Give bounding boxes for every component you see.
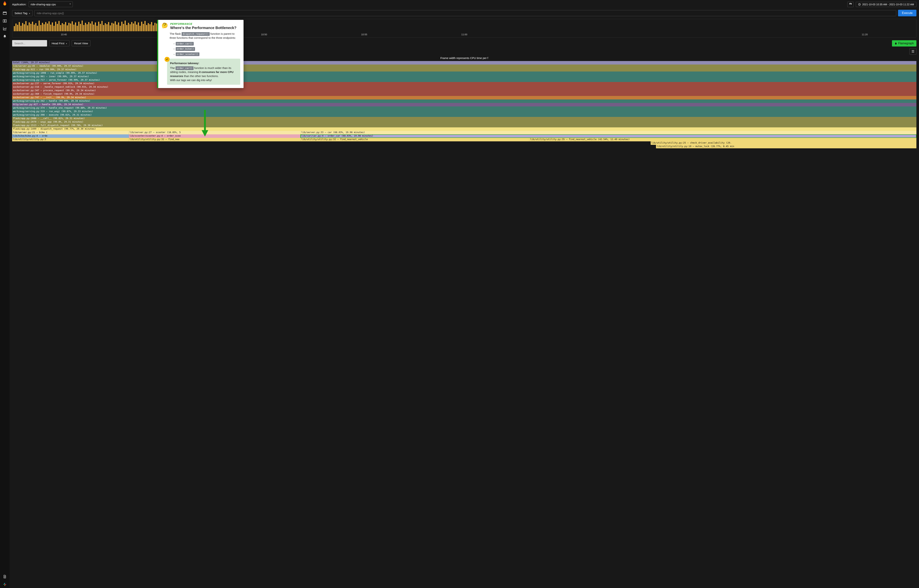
timeline-bar[interactable] [55,22,56,31]
timeline-bar[interactable] [153,25,154,31]
timeline-bar[interactable] [136,25,137,31]
flame-cell[interactable]: lib/server.py:45 – <module> (99.99%, 29.… [12,65,916,68]
tag-query-input[interactable]: ride-sharing-app.cpu{} [34,10,896,16]
timeline-bar[interactable] [107,24,108,31]
timeline-bar[interactable] [95,23,96,31]
timeline-bar[interactable] [20,26,21,31]
timeline-bar[interactable] [50,25,51,31]
nav-slack-icon[interactable] [3,583,6,586]
timeline-bar[interactable] [62,23,63,31]
flame-cell[interactable]: total (100%, 29.37 minutes) [12,61,916,65]
flame-cell[interactable]: lib/scooter/scooter.py:4 – order_scoo [129,134,301,138]
timeline-bar[interactable] [88,22,89,31]
nav-single-view-icon[interactable] [3,11,6,15]
timeline-bar[interactable] [24,24,25,31]
flame-cell[interactable]: lib/car/car.py:4 – order_car (68.03%, 19… [300,134,916,138]
flame-cell[interactable]: socketserver.py:237 – serve_forever (99.… [12,82,916,86]
timeline-bar[interactable] [123,24,124,31]
timeline-bar[interactable] [146,25,147,31]
timeline-bar[interactable] [17,25,18,31]
timeline-bar[interactable] [93,25,94,31]
timeline-bar[interactable] [138,23,139,31]
timeline-bar[interactable] [73,25,74,31]
timeline-bar[interactable] [60,25,61,31]
timeline-bar[interactable] [45,22,46,31]
timeline-bar[interactable] [80,24,81,31]
flame-cell[interactable]: werkzeug/serving.py:308 – execute (99.81… [12,113,916,117]
timeline-bar[interactable] [83,25,84,31]
timeline-bar[interactable] [129,24,131,31]
timeline-bar[interactable] [108,22,109,31]
flame-cell[interactable]: lib/server.py:21 – bike ( [12,131,129,134]
timeline-bar[interactable] [151,22,152,31]
timeline-chart[interactable]: 10:4010:4510:5010:5511:0011:20 [12,19,916,37]
timeline-bar[interactable] [40,25,41,31]
flamegraph-menu-button[interactable]: ☰ [909,48,916,55]
flame-cell[interactable]: socketserver.py:360 – finish_request (99… [12,92,916,96]
flame-cell[interactable]: lib/server.py:27 – scooter (18.85%, 5 [129,131,301,134]
flame-cell[interactable]: lib/utility/utility.py:32 – find_nearest… [300,138,529,141]
timeline-bar[interactable] [35,23,36,31]
search-input[interactable] [12,40,47,47]
flame-cell[interactable]: werkzeug/serving.py:1008 – run_simple (9… [12,71,916,75]
timeline-bar[interactable] [87,24,88,31]
head-first-button[interactable]: Head First [49,40,69,46]
flame-cell[interactable]: lib/utility/utility.py:35 – find_nearest… [529,138,916,141]
timeline-bar[interactable] [42,23,43,31]
reset-view-button[interactable]: Reset View [72,40,90,46]
select-tag-button[interactable]: Select Tag [12,10,32,16]
timeline-bar[interactable] [32,22,33,31]
flame-cell[interactable]: werkzeug/serving.py:961 – inner (99.99%,… [12,75,916,79]
nav-chart-icon[interactable] [3,27,6,31]
timeline-bar[interactable] [47,24,48,31]
flame-cell[interactable]: socketserver.py:316 – _handle_request_no… [12,86,916,89]
flame-cell[interactable]: socketserver.py:347 – process_request (9… [12,89,916,92]
timeline-bar[interactable] [120,26,121,31]
timeline-bar[interactable] [53,26,55,31]
flame-cell[interactable]: flask/app.py:2088 – __call__ (99.81%, 29… [12,117,916,120]
flamegraph[interactable]: total (100%, 29.37 minutes)lib/server.py… [12,61,916,148]
timeline-bar[interactable] [37,26,38,31]
execute-button[interactable]: Execute [898,10,916,16]
timeline-bar[interactable] [110,25,111,31]
timeline-bar[interactable] [92,21,93,31]
timeline-bar[interactable] [128,23,129,31]
timeline-bar[interactable] [126,25,128,31]
timeline-bar[interactable] [30,24,31,31]
timeline-bar[interactable] [65,22,66,31]
timeline-bar[interactable] [48,21,50,31]
timeline-bar[interactable] [27,25,28,31]
flame-cell[interactable]: flask/app.py:2070 – wsgi_app (99.8%, 29.… [12,120,916,124]
flame-cell[interactable]: werkzeug/serving.py:374 – handle_one_req… [12,107,916,110]
flame-cell[interactable]: http/server.py:427 – handle (99.89%, 29.… [12,103,916,107]
timeline-bar[interactable] [121,22,123,31]
timeline-bar[interactable] [75,23,76,31]
timeline-bar[interactable] [70,24,71,31]
timeline-bar[interactable] [103,25,104,31]
flame-cell[interactable]: lib/bike/bike.py:4 – orde [12,134,129,138]
timeline-bar[interactable] [82,21,83,31]
flame-cell[interactable]: werkzeug/serving.py:319 – run_wsgi (99.8… [12,110,916,113]
timeline-bar[interactable] [63,24,65,31]
flame-cell[interactable]: werkzeug/serving.py:342 – handle (99.89%… [12,99,916,103]
timeline-bar[interactable] [97,26,98,31]
timeline-bar[interactable] [19,22,20,31]
nav-bell-icon[interactable] [3,35,6,38]
timeline-bar[interactable] [100,24,101,31]
timeline-bar[interactable] [98,22,99,31]
timeline-bar[interactable] [85,23,86,31]
flame-cell[interactable]: lib/utility/utility.py:3 [12,138,129,141]
flame-cell[interactable]: lib/utility/utility.py:32 – find_nea [129,138,301,141]
flame-cell[interactable]: flask/app.py:1499 – dispatch_request (99… [12,128,916,131]
timeline-bar[interactable] [149,24,150,31]
timeline-bar[interactable] [134,21,136,31]
flame-cell[interactable]: lib/utility/utility.py:25 – check_driver… [651,141,916,145]
timeline-bar[interactable] [52,23,53,31]
timeline-bar[interactable] [39,21,40,31]
timeline-bar[interactable] [102,21,103,31]
timeline-bar[interactable] [154,23,155,31]
timeline-bar[interactable] [115,21,116,31]
timeline-bar[interactable] [15,24,16,31]
flamegraph-view-button[interactable]: Flamegraph [892,40,916,47]
flame-cell[interactable]: lib/utility/utility.py:10 – mutex_lock (… [656,145,916,148]
